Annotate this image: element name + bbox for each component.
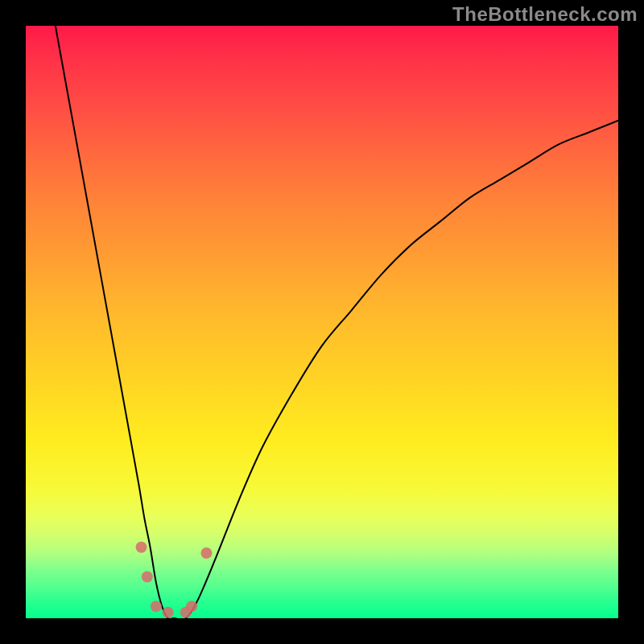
curve-marker: [186, 601, 197, 612]
curve-marker: [200, 547, 212, 559]
curve-markers: [136, 542, 213, 618]
watermark-text: TheBottleneck.com: [452, 3, 638, 26]
curve-marker: [163, 607, 174, 618]
bottleneck-curve: [26, 26, 618, 618]
chart-frame: TheBottleneck.com: [0, 0, 644, 644]
curve-marker: [151, 601, 162, 612]
curve-marker: [142, 571, 153, 582]
curve-path: [56, 26, 618, 618]
curve-marker: [136, 542, 147, 553]
plot-area: [26, 26, 618, 618]
